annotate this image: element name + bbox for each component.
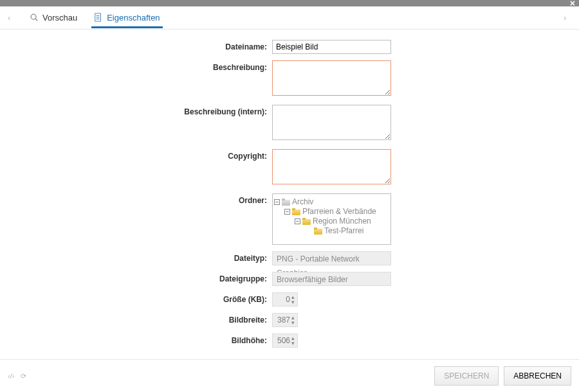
description-internal-input[interactable] bbox=[272, 105, 391, 140]
svg-point-0 bbox=[31, 14, 36, 19]
tree-node-root[interactable]: Archiv bbox=[292, 197, 313, 206]
tab-properties-label: Eigenschaften bbox=[107, 13, 160, 22]
description-input[interactable] bbox=[272, 60, 391, 96]
tab-preview-label: Vorschau bbox=[42, 13, 77, 22]
width-stepper[interactable]: 387 ▴▾ bbox=[272, 313, 298, 327]
filegroup-value: Browserfähige Bilder bbox=[272, 272, 391, 286]
height-value: 506 bbox=[275, 336, 290, 345]
size-value: 0 bbox=[275, 295, 290, 304]
preview-icon bbox=[30, 13, 39, 22]
label-description: Beschreibung: bbox=[6, 60, 267, 72]
stepper-arrows-icon[interactable]: ▴▾ bbox=[291, 315, 295, 325]
stepper-arrows-icon[interactable]: ▴▾ bbox=[291, 294, 295, 305]
height-stepper[interactable]: 506 ▴▾ bbox=[272, 334, 298, 348]
label-size: Größe (KB): bbox=[6, 292, 267, 304]
properties-icon bbox=[94, 13, 103, 22]
label-filetype: Dateityp: bbox=[6, 251, 267, 263]
width-value: 387 bbox=[275, 316, 290, 325]
label-height: Bildhöhe: bbox=[6, 334, 267, 345]
folder-icon bbox=[302, 218, 311, 225]
nav-prev-icon[interactable]: ‹ bbox=[8, 13, 15, 22]
cancel-button[interactable]: ABBRECHEN bbox=[504, 366, 571, 386]
tab-preview[interactable]: Vorschau bbox=[27, 8, 80, 28]
copyright-input[interactable] bbox=[272, 149, 391, 184]
tree-node-l1[interactable]: Pfarreien & Verbände bbox=[302, 207, 376, 216]
refresh-icon[interactable]: ⟳ bbox=[21, 372, 26, 380]
nav-next-icon[interactable]: › bbox=[564, 13, 571, 22]
stepper-arrows-icon[interactable]: ▴▾ bbox=[291, 335, 295, 346]
folder-tree[interactable]: − Archiv − Pfarreien & Verbände bbox=[272, 193, 391, 245]
svg-line-1 bbox=[35, 19, 37, 21]
label-folder: Ordner: bbox=[6, 193, 267, 205]
tab-bar: ‹ Vorschau Eigenschaften › bbox=[0, 6, 579, 30]
save-button[interactable]: SPEICHERN bbox=[434, 366, 499, 386]
tree-node-l3[interactable]: Test-Pfarrei bbox=[324, 226, 363, 235]
label-description-internal: Beschreibung (intern): bbox=[6, 105, 267, 116]
label-width: Bildbreite: bbox=[6, 313, 267, 325]
filename-input[interactable] bbox=[272, 40, 391, 54]
tree-node-l2[interactable]: Region München bbox=[313, 217, 371, 226]
dialog-titlebar: × bbox=[0, 0, 579, 6]
folder-icon bbox=[314, 227, 322, 235]
code-icon[interactable]: ‹/› bbox=[8, 372, 14, 380]
close-icon[interactable]: × bbox=[570, 0, 575, 8]
label-filegroup: Dateigruppe: bbox=[6, 272, 267, 283]
label-filename: Dateiname: bbox=[6, 40, 267, 51]
size-stepper[interactable]: 0 ▴▾ bbox=[272, 292, 298, 307]
tab-properties[interactable]: Eigenschaften bbox=[91, 8, 162, 28]
tree-toggle-icon[interactable]: − bbox=[295, 218, 300, 224]
tree-toggle-icon[interactable]: − bbox=[284, 209, 290, 215]
dialog-footer: ‹/› ⟳ SPEICHERN ABBRECHEN bbox=[0, 359, 579, 392]
folder-icon bbox=[292, 208, 300, 215]
filetype-value: PNG - Portable Network Graphics bbox=[272, 251, 391, 265]
tree-toggle-icon[interactable]: − bbox=[274, 199, 280, 205]
label-copyright: Copyright: bbox=[6, 149, 267, 161]
folder-icon bbox=[282, 199, 290, 206]
content-area: Dateiname: Beschreibung: Beschreibung (i… bbox=[0, 30, 579, 359]
